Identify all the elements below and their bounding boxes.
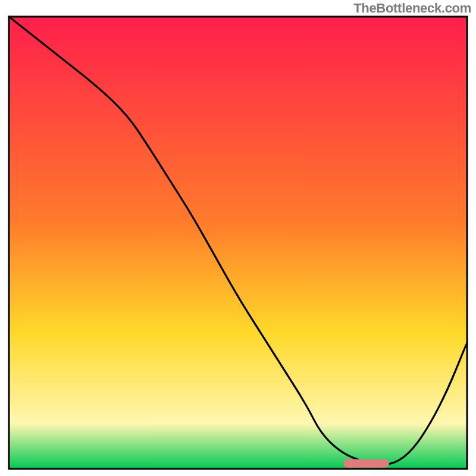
svg-rect-1 [343, 459, 389, 468]
bottleneck-curve-chart [0, 0, 476, 476]
svg-rect-0 [9, 17, 467, 469]
chart-container: TheBottleneck.com [0, 0, 476, 476]
watermark-text: TheBottleneck.com [353, 1, 471, 16]
